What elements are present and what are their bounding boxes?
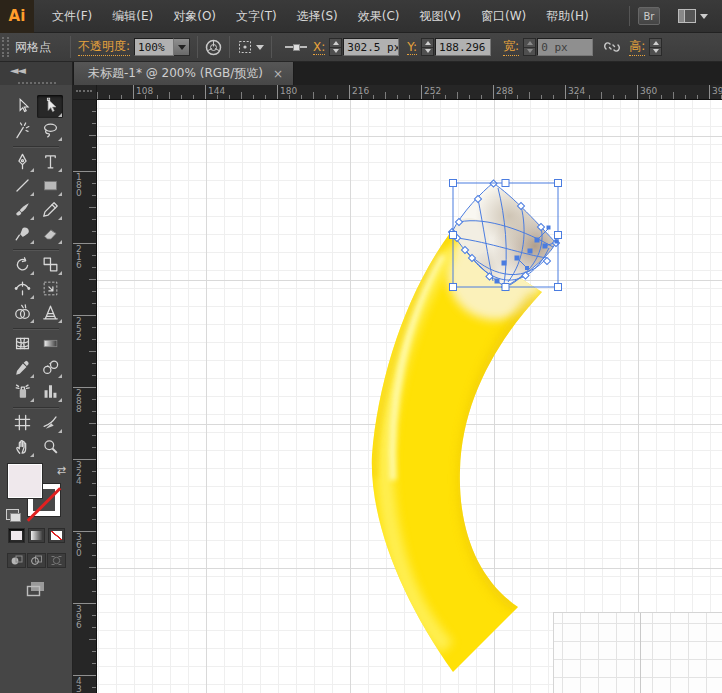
chevron-down-icon	[700, 14, 708, 19]
bridge-button[interactable]: Br	[638, 7, 660, 25]
menu-窗口[interactable]: 窗口(W)	[471, 2, 536, 31]
type-tool[interactable]	[37, 150, 63, 173]
opacity-dropdown[interactable]: 100%	[134, 38, 190, 56]
gradient-button[interactable]	[28, 528, 45, 543]
width-tool[interactable]	[9, 277, 35, 300]
ruler-label: 144	[208, 86, 225, 96]
selection-tool[interactable]	[9, 95, 35, 118]
screen-mode-button[interactable]	[25, 580, 47, 598]
color-button[interactable]	[8, 528, 25, 543]
x-input[interactable]: 302.5 px	[343, 38, 399, 56]
illustrator-logo-icon: Ai	[0, 0, 34, 33]
align-dropdown-icon[interactable]	[237, 39, 264, 55]
document-canvas[interactable]	[97, 100, 722, 693]
tool-group-divider	[9, 246, 63, 252]
zoom-tool[interactable]	[37, 435, 63, 458]
opacity-dropdown-arrow[interactable]	[174, 38, 190, 56]
document-tab[interactable]: 未标题-1* @ 200% (RGB/预览) ×	[73, 62, 294, 85]
draw-normal-button[interactable]	[7, 553, 26, 568]
rotate-tool[interactable]	[9, 253, 35, 276]
tool-group-divider	[9, 325, 63, 331]
menu-选择[interactable]: 选择(S)	[287, 2, 348, 31]
symbol-sprayer-tool[interactable]	[9, 380, 35, 403]
menu-帮助[interactable]: 帮助(H)	[536, 2, 598, 31]
direct-selection-tool[interactable]	[37, 95, 63, 118]
opacity-label[interactable]: 不透明度:	[78, 38, 130, 56]
swap-fill-stroke-icon[interactable]: ⇄	[57, 464, 66, 477]
unlinked-chain-icon[interactable]	[603, 39, 621, 55]
menu-list: 文件(F)编辑(E)对象(O)文字(T)选择(S)效果(C)视图(V)窗口(W)…	[42, 2, 599, 31]
menu-文件[interactable]: 文件(F)	[42, 2, 102, 31]
controlbar-grip[interactable]	[2, 37, 9, 57]
reference-point-icon[interactable]	[285, 43, 307, 51]
pencil-tool[interactable]	[37, 198, 63, 221]
ruler-label: 180	[280, 86, 297, 96]
menu-编辑[interactable]: 编辑(E)	[102, 2, 163, 31]
artboard-tool[interactable]	[9, 411, 35, 434]
free-transform-tool[interactable]	[37, 277, 63, 300]
default-fill-stroke-icon[interactable]	[6, 509, 19, 520]
magic-wand-icon	[13, 121, 32, 140]
perspective-grid-tool[interactable]	[37, 301, 63, 324]
slice-tool[interactable]	[37, 411, 63, 434]
paintbrush-tool[interactable]	[9, 198, 35, 221]
magic-wand-tool[interactable]	[9, 119, 35, 142]
none-button[interactable]	[48, 528, 65, 543]
banana-body	[372, 224, 543, 672]
x-stepper[interactable]	[329, 38, 342, 56]
menu-视图[interactable]: 视图(V)	[409, 2, 471, 31]
vertical-ruler[interactable]: 1 8 02 1 62 5 22 8 83 2 43 6 03 9 64 3 2	[73, 100, 97, 693]
hand-tool[interactable]	[9, 435, 35, 458]
lasso-icon	[41, 121, 60, 140]
rectangle-tool[interactable]	[37, 174, 63, 197]
column-graph-tool[interactable]	[37, 380, 63, 403]
gradient-icon	[41, 334, 60, 353]
menu-对象[interactable]: 对象(O)	[163, 2, 226, 31]
toolbar-panel-header: ◄◄	[0, 62, 73, 85]
shape-builder-tool[interactable]	[9, 301, 35, 324]
width-stepper[interactable]	[523, 38, 536, 56]
height-stepper[interactable]	[649, 38, 662, 56]
opacity-value[interactable]: 100%	[134, 38, 174, 56]
tab-bar: ◄◄ 未标题-1* @ 200% (RGB/预览) ×	[0, 62, 722, 85]
perspective-grid-icon	[41, 303, 60, 322]
line-segment-icon	[13, 176, 32, 195]
control-bar: 网格点 不透明度: 100% X: 302.5 px Y: 188.296 px…	[0, 33, 722, 62]
column-graph-icon	[41, 382, 60, 401]
type-icon	[41, 152, 60, 171]
workspace-switcher[interactable]	[678, 9, 708, 23]
hand-icon	[13, 437, 32, 456]
recolor-artwork-icon[interactable]	[205, 39, 222, 56]
ruler-corner[interactable]	[73, 85, 97, 100]
width-input[interactable]: 0 px	[537, 38, 593, 56]
fill-swatch[interactable]	[8, 464, 42, 498]
horizontal-ruler[interactable]: 108144180216252288324360396	[97, 85, 722, 100]
y-input[interactable]: 188.296 px	[435, 38, 491, 56]
ruler-label: 2 1 6	[76, 245, 82, 269]
symbol-sprayer-icon	[13, 382, 32, 401]
pen-tool[interactable]	[9, 150, 35, 173]
scale-tool[interactable]	[37, 253, 63, 276]
panel-drag-handle[interactable]	[18, 82, 56, 84]
line-segment-tool[interactable]	[9, 174, 35, 197]
blend-tool[interactable]	[37, 356, 63, 379]
menu-效果[interactable]: 效果(C)	[348, 2, 410, 31]
gradient-tool[interactable]	[37, 332, 63, 355]
y-label[interactable]: Y:	[407, 40, 417, 55]
collapse-panel-button[interactable]: ◄◄	[10, 64, 25, 77]
draw-inside-button[interactable]	[47, 553, 66, 568]
height-label[interactable]: 高:	[629, 38, 645, 56]
close-tab-icon[interactable]: ×	[273, 68, 283, 80]
lasso-tool[interactable]	[37, 119, 63, 142]
y-stepper[interactable]	[421, 38, 434, 56]
x-label[interactable]: X:	[313, 40, 325, 55]
blob-brush-tool[interactable]	[9, 222, 35, 245]
draw-behind-button[interactable]	[27, 553, 46, 568]
eyedropper-tool[interactable]	[9, 356, 35, 379]
menu-文字[interactable]: 文字(T)	[226, 2, 287, 31]
eraser-tool[interactable]	[37, 222, 63, 245]
artboard-icon	[13, 413, 32, 432]
eyedropper-icon	[13, 358, 32, 377]
width-label[interactable]: 宽:	[503, 38, 519, 56]
mesh-tool[interactable]	[9, 332, 35, 355]
